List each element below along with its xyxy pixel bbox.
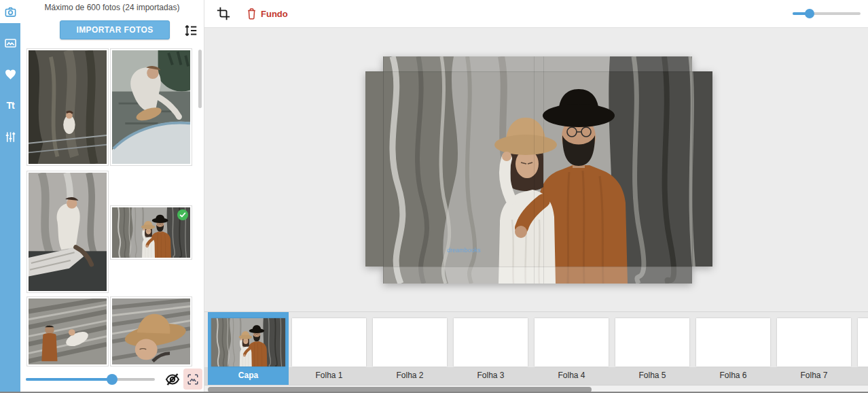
page-thumbnail (615, 318, 689, 366)
spine-line-left (534, 56, 535, 284)
sort-photos-button[interactable] (183, 23, 198, 38)
bleed-margin-top (383, 56, 692, 71)
library-photo-boat-reaching-water[interactable] (111, 49, 192, 165)
delete-background-button[interactable]: Fundo (247, 7, 288, 20)
fold-line-top (365, 71, 712, 72)
rail-tab-favorites[interactable] (0, 63, 20, 86)
page-cell-folha-2[interactable]: Folha 2 (369, 312, 450, 385)
page-cell-partial[interactable] (854, 312, 868, 385)
photos-icon (4, 37, 17, 50)
page-cell-folha-6[interactable]: Folha 6 (693, 312, 774, 385)
rail-tab-layouts[interactable] (0, 31, 20, 54)
page-thumbnail (292, 318, 366, 366)
delete-background-label: Fundo (261, 9, 288, 19)
page-label: Folha 6 (693, 371, 774, 380)
page-label: Folha 4 (531, 371, 612, 380)
hide-used-photos-button[interactable] (164, 371, 181, 388)
fold-line-right (692, 56, 693, 284)
library-photo-canyon-portrait[interactable] (27, 49, 108, 165)
page-cell-capa[interactable]: Capa (208, 312, 289, 385)
library-photo-couple-cover[interactable] (111, 206, 192, 259)
rail-tab-text[interactable]: Tt (0, 94, 20, 117)
editor-toolbar: Fundo (204, 0, 868, 28)
spread-canvas[interactable]: dreambooks (204, 28, 868, 311)
autofill-pages-button[interactable] (183, 369, 202, 390)
cover-spread-artwork: dreambooks (365, 56, 712, 284)
page-label: Folha 7 (774, 371, 854, 380)
spine-line-right (543, 56, 544, 284)
photobook-editor-window: Tt (0, 0, 868, 393)
page-thumbnail (454, 318, 528, 366)
selected-check-icon (177, 209, 188, 220)
page-thumbnail (535, 318, 609, 366)
canvas-zoom-slider[interactable] (793, 12, 861, 15)
library-scrollbar[interactable] (198, 50, 202, 108)
page-thumbnail (777, 318, 851, 366)
page-label: Folha 5 (612, 371, 693, 380)
page-thumbnail (211, 318, 285, 366)
trash-icon (247, 7, 257, 20)
library-footer-bar (20, 367, 204, 393)
rail-tab-adjustments[interactable] (0, 125, 20, 148)
crop-icon (216, 6, 231, 21)
import-photos-button[interactable]: IMPORTAR FOTOS (60, 20, 170, 39)
heart-icon (4, 68, 17, 81)
fold-line-left (383, 56, 384, 284)
photo-thumbnail-grid (20, 0, 204, 367)
page-thumbnail (696, 318, 770, 366)
page-label: Capa (208, 371, 289, 380)
camera-icon (4, 5, 17, 18)
library-limit-text: Máximo de 600 fotos (24 importadas) (20, 3, 204, 12)
page-cell-folha-5[interactable]: Folha 5 (612, 312, 693, 385)
page-label: Folha 3 (450, 371, 531, 380)
page-cell-folha-3[interactable]: Folha 3 (450, 312, 531, 385)
cover-spread[interactable]: dreambooks (365, 56, 712, 284)
thumbnail-size-slider[interactable] (26, 378, 155, 381)
text-icon: Tt (6, 100, 14, 111)
canvas-zoom-slider-knob[interactable] (805, 9, 814, 18)
photo-library-panel: Máximo de 600 fotos (24 importadas) IMPO… (20, 0, 204, 393)
library-photo-couple-on-rocks[interactable] (27, 297, 108, 366)
pages-film-strip: Capa Folha 1 Folha 2 Folha 3 Folha 4 Fol… (204, 311, 868, 385)
fit-image-icon (187, 373, 199, 386)
library-photo-woman-hat-closeup[interactable] (111, 297, 192, 366)
tool-rail: Tt (0, 0, 20, 393)
crop-button[interactable] (216, 6, 231, 21)
page-label: Folha 1 (289, 371, 369, 380)
rail-tab-photos-camera[interactable] (0, 0, 20, 23)
page-label: Folha 2 (369, 371, 450, 380)
library-photo-woman-sitting-on-boat[interactable] (27, 171, 108, 292)
bleed-margin-bottom (365, 267, 712, 284)
film-strip-scrollbar[interactable] (204, 385, 868, 393)
fold-line-bottom (365, 267, 712, 267)
page-thumbnail (858, 318, 868, 366)
adjustments-icon (4, 131, 17, 143)
page-cell-folha-4[interactable]: Folha 4 (531, 312, 612, 385)
page-cell-folha-7[interactable]: Folha 7 (774, 312, 854, 385)
sort-icon (183, 23, 198, 38)
watermark-text: dreambooks (427, 247, 501, 254)
page-cell-folha-1[interactable]: Folha 1 (289, 312, 369, 385)
eye-off-icon (164, 371, 181, 388)
thumbnail-size-slider-fill (26, 378, 112, 381)
thumbnail-size-slider-knob[interactable] (107, 374, 117, 385)
film-strip-scrollbar-thumb[interactable] (208, 387, 592, 392)
page-thumbnail (373, 318, 447, 366)
editor-main: Fundo dreambooks (204, 0, 868, 393)
